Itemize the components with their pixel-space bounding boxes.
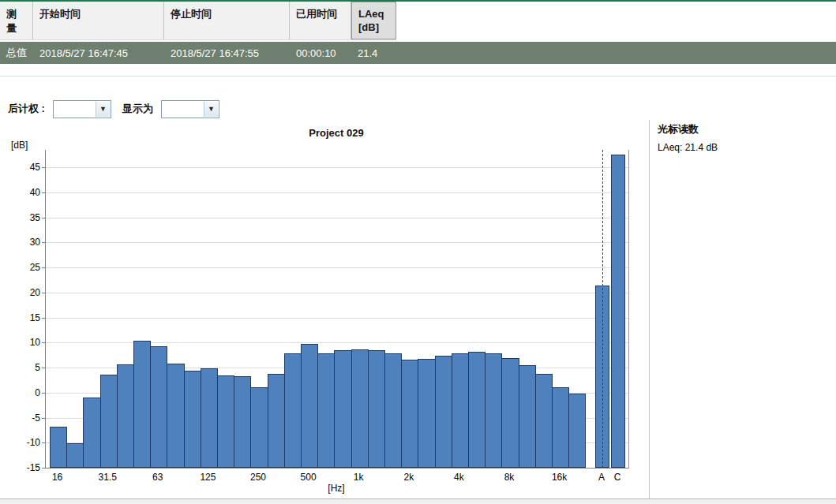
plot-area[interactable]: [45, 150, 629, 469]
bar-500[interactable]: [301, 344, 318, 468]
bar-C[interactable]: [611, 155, 625, 468]
column-header-measurement[interactable]: 测量: [0, 2, 33, 39]
gridline: [46, 267, 628, 268]
y-axis-tick: [42, 468, 45, 469]
spectrum-chart: Project 029 [dB] [Hz] -15-10-50510152025…: [0, 120, 647, 501]
bar-4k[interactable]: [452, 353, 469, 468]
bar-2k[interactable]: [401, 360, 418, 468]
x-axis-tick-label: 8k: [504, 472, 515, 483]
summary-table-row[interactable]: 总值 2018/5/27 16:47:45 2018/5/27 16:47:55…: [0, 42, 836, 64]
cursor-readout-title: 光标读数: [658, 122, 823, 136]
bar-160[interactable]: [217, 375, 234, 468]
y-axis-tick-label: 45: [9, 162, 40, 173]
y-axis-tick: [42, 418, 45, 419]
y-axis-tick-label: 25: [9, 262, 40, 273]
bar-200[interactable]: [234, 376, 251, 468]
bar-250[interactable]: [250, 387, 268, 468]
chevron-down-icon: ▼: [96, 102, 110, 117]
column-header-laeq[interactable]: LAeq [dB]: [351, 2, 396, 39]
x-axis-tick-label: 125: [200, 472, 216, 483]
cell-elapsed-time: 00:00:10: [290, 47, 351, 59]
bar-20k[interactable]: [568, 394, 586, 468]
y-axis-tick-label: 5: [9, 362, 40, 373]
y-axis-tick: [42, 342, 45, 343]
gridline: [46, 318, 628, 319]
y-axis-tick-label: -5: [9, 413, 40, 424]
post-weighting-label: 后计权 :: [8, 102, 45, 116]
bar-630[interactable]: [317, 353, 335, 468]
bar-31.5[interactable]: [100, 375, 118, 468]
display-as-label: 显示为: [122, 102, 153, 116]
bar-12.5k[interactable]: [535, 374, 553, 468]
cell-start-time: 2018/5/27 16:47:45: [33, 47, 164, 59]
bar-125[interactable]: [201, 368, 218, 468]
x-axis-tick-label: 500: [301, 472, 317, 483]
x-axis-tick-label: 63: [152, 472, 163, 483]
bar-80[interactable]: [167, 364, 185, 468]
cell-measurement: 总值: [0, 46, 33, 60]
bar-5k[interactable]: [468, 352, 485, 468]
bar-16[interactable]: [50, 427, 67, 468]
y-axis-tick: [42, 167, 45, 168]
y-axis-tick-label: 15: [9, 312, 40, 323]
column-header-elapsed-time[interactable]: 已用时间: [290, 2, 351, 39]
y-axis-tick-label: 10: [9, 337, 40, 348]
y-axis-tick: [42, 242, 45, 243]
bar-100[interactable]: [184, 371, 201, 468]
gridline: [46, 192, 628, 193]
gridline: [46, 218, 628, 218]
chevron-down-icon: ▼: [204, 102, 218, 117]
x-axis-tick-label: 31.5: [99, 472, 117, 483]
y-axis-tick: [42, 267, 45, 268]
bar-1.25k[interactable]: [368, 350, 385, 468]
bar-1k[interactable]: [351, 349, 369, 468]
cursor-line: [602, 150, 603, 468]
x-axis-tick-label: C: [614, 472, 621, 483]
bar-20[interactable]: [66, 443, 84, 468]
bar-800[interactable]: [334, 350, 352, 468]
x-axis-tick-label: 250: [250, 472, 266, 483]
summary-table-header: 测量 开始时间 停止时间 已用时间 LAeq [dB]: [0, 2, 396, 40]
bar-400[interactable]: [284, 353, 302, 468]
chart-title: Project 029: [45, 127, 628, 139]
bar-3.15k[interactable]: [435, 356, 452, 468]
y-axis-tick: [42, 293, 45, 293]
x-axis-tick-label: 16: [52, 472, 62, 483]
y-axis-tick: [42, 318, 45, 319]
bar-10k[interactable]: [519, 365, 536, 468]
gridline: [46, 167, 628, 168]
bar-2.5k[interactable]: [418, 359, 436, 468]
cursor-readout-value: LAeq: 21.4 dB: [658, 142, 823, 153]
y-axis-tick: [42, 393, 45, 394]
x-axis-unit-label: [Hz]: [45, 483, 628, 494]
bar-63[interactable]: [150, 346, 167, 468]
y-axis-tick: [42, 218, 45, 218]
cursor-readout-panel: 光标读数 LAeq: 21.4 dB: [658, 122, 823, 153]
bar-6.3k[interactable]: [485, 353, 502, 468]
y-axis-tick: [42, 442, 45, 443]
bar-50[interactable]: [133, 341, 151, 468]
x-axis-tick-label: 1k: [354, 472, 364, 483]
bar-1.6k[interactable]: [384, 353, 402, 468]
y-axis-tick: [42, 368, 45, 368]
bar-40[interactable]: [117, 364, 134, 468]
y-axis-tick-label: -15: [9, 462, 40, 473]
bar-8k[interactable]: [501, 358, 519, 468]
bar-16k[interactable]: [552, 387, 569, 468]
display-as-select[interactable]: ▼: [161, 100, 219, 118]
x-axis-tick-label: 4k: [454, 472, 464, 483]
bar-25[interactable]: [83, 398, 101, 468]
bar-315[interactable]: [268, 374, 285, 468]
cell-stop-time: 2018/5/27 16:47:55: [164, 47, 290, 59]
y-axis-tick-label: 40: [9, 187, 40, 198]
y-axis-tick-label: 0: [9, 387, 40, 398]
y-axis-tick-label: 35: [9, 212, 40, 223]
column-header-stop-time[interactable]: 停止时间: [164, 2, 290, 39]
horizontal-divider: [0, 76, 836, 77]
column-header-start-time[interactable]: 开始时间: [33, 2, 164, 39]
post-weighting-select[interactable]: ▼: [53, 100, 111, 118]
gridline: [46, 242, 628, 243]
cell-laeq: 21.4: [351, 47, 396, 59]
y-axis-unit-label: [dB]: [11, 140, 28, 151]
bottom-scrollbar-track[interactable]: [0, 499, 836, 504]
